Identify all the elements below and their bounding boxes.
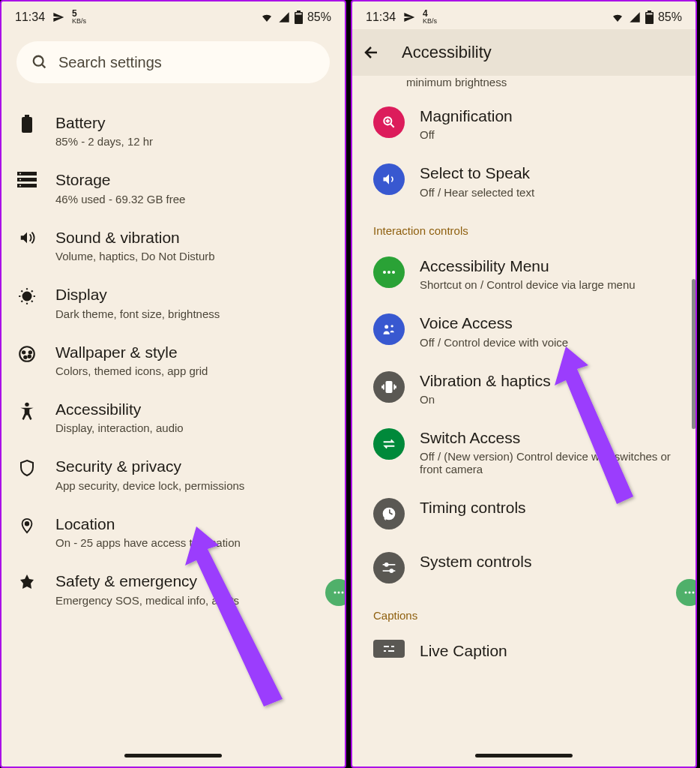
item-title: Select to Speak: [420, 162, 681, 184]
svg-point-17: [24, 356, 26, 358]
item-title: Accessibility Menu: [420, 255, 681, 277]
svg-point-23: [342, 592, 344, 594]
settings-item-storage[interactable]: Storage 46% used - 69.32 GB free: [1, 158, 345, 215]
system-controls-icon: [373, 552, 405, 584]
svg-rect-5: [25, 115, 29, 117]
svg-point-11: [19, 179, 21, 181]
page-header: Accessibility: [352, 29, 696, 76]
svg-point-34: [384, 325, 388, 328]
a11y-item-accessibility-menu[interactable]: Accessibility Menu Shortcut on / Control…: [352, 244, 696, 302]
network-speed: 5 KB/s: [72, 9, 86, 25]
svg-point-45: [685, 592, 687, 594]
svg-point-18: [28, 355, 31, 357]
page-title: Accessibility: [402, 43, 492, 62]
send-icon: [403, 11, 415, 23]
status-bar: 11:34 5 KB/s 85%: [1, 2, 345, 29]
settings-item-security[interactable]: Security & privacy App security, device …: [1, 445, 345, 502]
item-subtitle: Off / Control device with voice: [420, 336, 681, 349]
location-icon: [16, 513, 37, 536]
a11y-item-vibration[interactable]: Vibration & haptics On: [352, 359, 696, 416]
settings-item-wallpaper[interactable]: Wallpaper & style Colors, themed icons, …: [1, 331, 345, 388]
settings-item-display[interactable]: Display Dark theme, font size, brightnes…: [1, 273, 345, 330]
item-subtitle: 85% - 2 days, 12 hr: [55, 135, 330, 148]
battery-icon: [295, 10, 303, 24]
wifi-icon: [260, 11, 274, 23]
a11y-item-timing[interactable]: Timing controls: [352, 486, 696, 540]
item-title: Location: [55, 513, 330, 535]
network-speed: 4 KB/s: [423, 9, 437, 25]
send-icon: [52, 11, 64, 23]
svg-point-3: [34, 56, 43, 66]
search-placeholder: Search settings: [58, 54, 162, 71]
a11y-item-magnification[interactable]: Magnification Off: [352, 94, 696, 152]
svg-point-10: [19, 173, 21, 175]
svg-line-28: [390, 124, 394, 128]
storage-icon: [16, 169, 37, 188]
wifi-icon: [611, 11, 624, 23]
item-title: Safety & emergency: [55, 570, 330, 592]
settings-item-safety[interactable]: Safety & emergency Emergency SOS, medica…: [1, 560, 345, 616]
svg-point-20: [25, 522, 29, 526]
item-title: Magnification: [420, 105, 681, 127]
accessibility-menu-icon: [373, 256, 405, 288]
live-caption-icon: [373, 640, 405, 658]
gesture-bar[interactable]: [124, 754, 222, 758]
svg-rect-36: [386, 381, 391, 392]
a11y-item-select-to-speak[interactable]: Select to Speak Off / Hear selected text: [352, 152, 696, 208]
item-title: Security & privacy: [55, 455, 330, 477]
item-title: Display: [55, 284, 330, 305]
signal-icon: [629, 11, 641, 23]
item-subtitle: On: [420, 393, 681, 406]
svg-point-13: [23, 292, 31, 301]
security-icon: [16, 455, 37, 478]
svg-point-35: [391, 325, 393, 327]
svg-rect-24: [648, 10, 651, 12]
settings-item-accessibility[interactable]: Accessibility Display, interaction, audi…: [1, 388, 345, 445]
a11y-item-live-caption[interactable]: Live Caption: [352, 629, 696, 672]
svg-rect-6: [22, 117, 32, 133]
battery-icon: [16, 112, 37, 133]
battery-icon: [645, 10, 654, 24]
svg-point-21: [334, 592, 337, 594]
settings-item-location[interactable]: Location On - 25 apps have access to loc…: [1, 502, 345, 560]
svg-line-4: [42, 64, 46, 68]
floating-action-button[interactable]: [325, 579, 346, 606]
settings-list: Battery 85% - 2 days, 12 hr Storage 46% …: [1, 101, 345, 617]
item-title: Storage: [55, 169, 330, 190]
accessibility-screen: 11:34 4 KB/s 85% Accessibility minimum b…: [351, 0, 697, 768]
item-title: Live Caption: [420, 640, 681, 662]
floating-action-button[interactable]: [676, 579, 697, 606]
search-icon: [31, 54, 48, 70]
section-label-interaction: Interaction controls: [352, 209, 696, 244]
search-settings-input[interactable]: Search settings: [16, 41, 330, 83]
item-title: Wallpaper & style: [55, 341, 330, 363]
item-subtitle: App security, device lock, permissions: [55, 479, 330, 492]
sound-icon: [16, 226, 37, 246]
svg-rect-26: [646, 13, 652, 14]
svg-point-47: [693, 592, 695, 594]
item-title: Accessibility: [55, 398, 330, 420]
gesture-bar[interactable]: [475, 754, 573, 758]
a11y-item-voice-access[interactable]: Voice Access Off / Control device with v…: [352, 302, 696, 358]
wallpaper-icon: [16, 341, 37, 364]
svg-rect-2: [295, 13, 301, 14]
scrollbar[interactable]: [692, 279, 696, 429]
svg-rect-0: [297, 10, 301, 12]
settings-item-sound[interactable]: Sound & vibration Volume, haptics, Do No…: [1, 216, 345, 273]
item-subtitle: Off: [420, 128, 681, 141]
item-subtitle: Off / (New version) Control device with …: [420, 450, 681, 476]
item-subtitle: On - 25 apps have access to location: [55, 536, 330, 549]
item-title: Vibration & haptics: [420, 370, 681, 392]
battery-pct: 85%: [658, 10, 682, 24]
back-icon[interactable]: [363, 44, 381, 62]
a11y-item-switch-access[interactable]: Switch Access Off / (New version) Contro…: [352, 416, 696, 486]
safety-icon: [16, 570, 37, 591]
a11y-item-system-controls[interactable]: System controls: [352, 540, 696, 594]
settings-item-battery[interactable]: Battery 85% - 2 days, 12 hr: [1, 101, 345, 158]
timing-icon: [373, 498, 405, 530]
switch-access-icon: [373, 428, 405, 460]
item-title: System controls: [420, 550, 681, 572]
item-subtitle: Volume, haptics, Do Not Disturb: [55, 250, 330, 262]
battery-pct: 85%: [307, 10, 331, 24]
svg-point-40: [390, 569, 393, 572]
